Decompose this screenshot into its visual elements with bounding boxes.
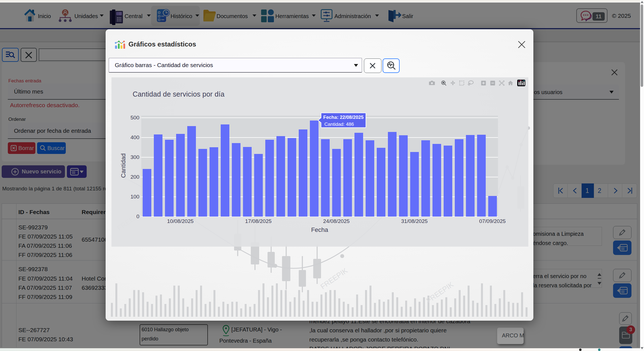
svg-text:FREEPIK: FREEPIK — [425, 280, 455, 305]
svg-text:FREEPIK: FREEPIK — [319, 266, 349, 291]
